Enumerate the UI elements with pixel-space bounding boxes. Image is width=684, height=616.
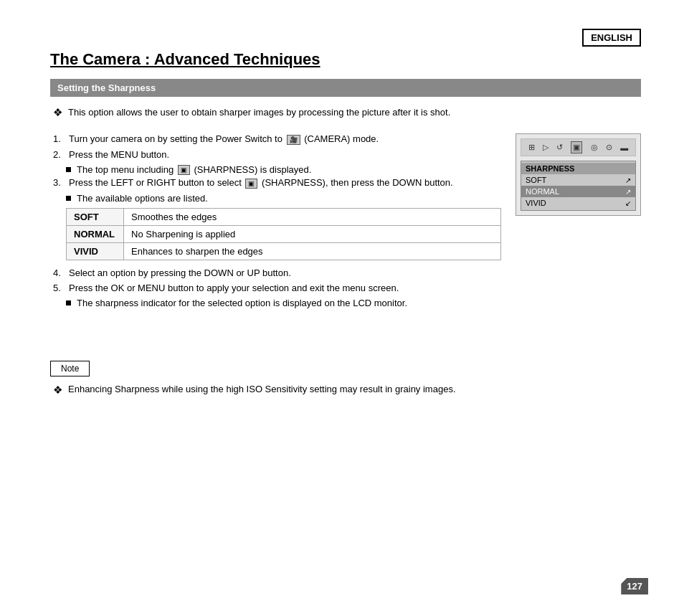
sharpness-icon-1: ▣ xyxy=(178,165,190,175)
option-value-soft: Smoothes the edges xyxy=(124,208,501,225)
step-3-sub: The available options are listed. xyxy=(66,193,501,204)
camera-menu-normal-label: NORMAL xyxy=(526,187,559,196)
camera-ui: ⊞ ▷ ↺ ▣ ◎ ⊙ ▬ SHARPNESS SOFT ↗ xyxy=(516,133,641,216)
camera-menu-vivid-icon: ↙ xyxy=(625,199,631,207)
step-3-num: 3. xyxy=(53,177,69,188)
step-4-num: 4. xyxy=(53,267,69,278)
note-text: Enhancing Sharpness while using the high… xyxy=(68,384,456,394)
cam-icon-loop: ↺ xyxy=(556,143,563,152)
intro-text: This option allows the user to obtain sh… xyxy=(68,107,450,118)
step-2: 2. Press the MENU button. xyxy=(50,149,501,160)
square-bullet-1 xyxy=(66,167,71,172)
cam-icon-sharp: ▣ xyxy=(571,141,582,153)
steps-left: 1. Turn your camera on by setting the Po… xyxy=(50,133,501,311)
sharpness-icon-2: ▣ xyxy=(245,179,257,189)
step-3: 3. Press the LEFT or RIGHT button to sel… xyxy=(50,177,501,189)
cam-icon-clock: ⊙ xyxy=(606,143,612,152)
step-3-text: Press the LEFT or RIGHT button to select… xyxy=(69,177,453,189)
table-row-soft: SOFT Smoothes the edges xyxy=(67,208,501,225)
step-2-sub: The top menu including ▣ (SHARPNESS) is … xyxy=(66,164,501,176)
english-badge: ENGLISH xyxy=(582,29,641,47)
step-5-text: Press the OK or MENU button to apply you… xyxy=(69,283,399,293)
step-1-text: Turn your camera on by setting the Power… xyxy=(69,133,379,145)
step-5: 5. Press the OK or MENU button to apply … xyxy=(50,283,501,293)
camera-menu-soft-icon: ↗ xyxy=(625,176,631,184)
table-row-normal: NORMAL No Sharpening is applied xyxy=(67,225,501,242)
cam-icon-grid: ⊞ xyxy=(528,143,535,152)
square-bullet-2 xyxy=(66,196,71,201)
option-value-vivid: Enhances to sharpen the edges xyxy=(124,242,501,260)
note-bullet-char: ❖ xyxy=(53,384,62,397)
camera-menu-soft: SOFT ↗ xyxy=(521,174,635,186)
camera-icon: 🎥 xyxy=(287,135,300,145)
step-4: 4. Select an option by pressing the DOWN… xyxy=(50,267,501,278)
cam-icon-circle: ◎ xyxy=(591,143,598,152)
square-bullet-3 xyxy=(66,300,71,305)
camera-ui-panel: ⊞ ▷ ↺ ▣ ◎ ⊙ ▬ SHARPNESS SOFT ↗ xyxy=(516,133,641,216)
table-row-vivid: VIVID Enhances to sharpen the edges xyxy=(67,242,501,260)
camera-menu-normal: NORMAL ↗ xyxy=(521,186,635,197)
camera-menu-vivid-label: VIVID xyxy=(526,199,546,207)
note-label: Note xyxy=(61,364,79,374)
step-2-text: Press the MENU button. xyxy=(69,149,169,160)
step-5-sub: The sharpness indicator for the selected… xyxy=(66,298,501,308)
english-badge-text: ENGLISH xyxy=(591,32,632,43)
option-key-normal: NORMAL xyxy=(67,225,124,242)
camera-menu-normal-icon: ↗ xyxy=(625,188,631,196)
step-5-num: 5. xyxy=(53,283,69,293)
camera-menu: SHARPNESS SOFT ↗ NORMAL ↗ VIVID ↙ xyxy=(521,161,636,211)
step-4-text: Select an option by pressing the DOWN or… xyxy=(69,267,291,278)
section-title: Setting the Sharpness xyxy=(57,82,156,93)
option-key-soft: SOFT xyxy=(67,208,124,225)
step-2-num: 2. xyxy=(53,149,69,160)
section-header: Setting the Sharpness xyxy=(50,79,641,97)
note-bullet: ❖ Enhancing Sharpness while using the hi… xyxy=(50,384,641,397)
cam-icon-play: ▷ xyxy=(543,143,548,152)
camera-icons-row: ⊞ ▷ ↺ ▣ ◎ ⊙ ▬ xyxy=(521,138,636,156)
cam-icon-film: ▬ xyxy=(620,143,628,152)
step-1: 1. Turn your camera on by setting the Po… xyxy=(50,133,501,145)
page-number: 127 xyxy=(621,578,648,594)
camera-menu-soft-label: SOFT xyxy=(526,176,546,184)
step-1-num: 1. xyxy=(53,133,69,144)
option-value-normal: No Sharpening is applied xyxy=(124,225,501,242)
camera-menu-title: SHARPNESS xyxy=(521,163,635,174)
note-section: Note ❖ Enhancing Sharpness while using t… xyxy=(50,339,641,397)
intro-bullet: ❖ This option allows the user to obtain … xyxy=(50,107,641,119)
camera-menu-vivid: VIVID ↙ xyxy=(521,197,635,209)
step-2-sub-text: The top menu including ▣ (SHARPNESS) is … xyxy=(77,164,311,176)
option-key-vivid: VIVID xyxy=(67,242,124,260)
step-5-sub-text: The sharpness indicator for the selected… xyxy=(77,298,407,308)
options-table: SOFT Smoothes the edges NORMAL No Sharpe… xyxy=(66,208,501,260)
steps-area: 1. Turn your camera on by setting the Po… xyxy=(50,133,641,311)
step-3-sub-text: The available options are listed. xyxy=(77,193,208,204)
intro-bullet-char: ❖ xyxy=(53,106,62,119)
page-title: The Camera : Advanced Techniques xyxy=(50,50,641,69)
page-container: ENGLISH The Camera : Advanced Techniques… xyxy=(0,0,684,616)
note-box: Note xyxy=(50,361,90,376)
